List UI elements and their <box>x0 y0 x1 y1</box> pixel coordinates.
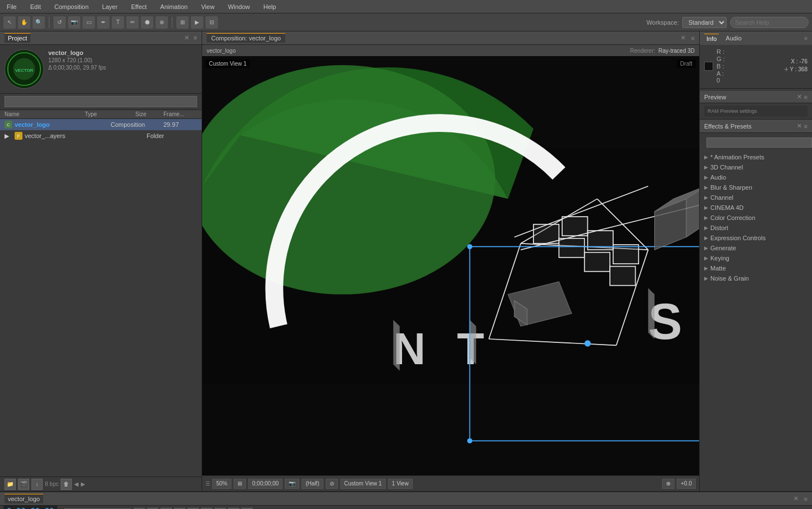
effect-name-1: 3D Channel <box>710 164 743 171</box>
view-count-select[interactable]: 1 View <box>388 479 413 489</box>
comp-tab[interactable]: Composition: vector_logo <box>207 33 285 43</box>
effects-tab[interactable]: Effects & Presets <box>704 123 751 130</box>
thumbnail-svg: VECTOR <box>5 49 43 89</box>
effect-name-8: Expression Controls <box>710 235 765 241</box>
panel-menu-icon[interactable]: ≡ <box>194 34 197 42</box>
quality-select[interactable]: (Half) <box>302 479 323 489</box>
menu-help[interactable]: Help <box>261 2 279 11</box>
list-item[interactable]: ▶ Noise & Grain <box>700 273 812 283</box>
svg-text:VECTOR: VECTOR <box>15 68 34 73</box>
list-item[interactable]: ▶ Blur & Sharpen <box>700 182 812 192</box>
stamp-tool-icon[interactable]: ⬢ <box>141 16 153 29</box>
col-frame-header: Frame... <box>163 111 197 117</box>
project-tab[interactable]: Project <box>4 33 30 43</box>
preview-panel: Preview ✕ ≡ RAM Preview settings <box>700 89 812 120</box>
menu-window[interactable]: Window <box>226 2 252 11</box>
transparency-btn[interactable]: ⊘ <box>326 479 338 489</box>
preview-tab[interactable]: Preview <box>704 94 726 100</box>
svg-rect-12 <box>533 224 559 244</box>
audio-tab[interactable]: Audio <box>723 34 743 43</box>
menu-effect[interactable]: Effect <box>129 2 149 11</box>
project-details-2: Δ 0;00;30;00, 29.97 fps <box>48 65 197 71</box>
arrow-icon: ▶ <box>704 205 708 210</box>
camera-btn[interactable]: 📷 <box>285 479 299 489</box>
preview-close-icon[interactable]: ✕ <box>797 93 802 100</box>
list-item[interactable]: ▶ Matte <box>700 263 812 273</box>
menu-animation[interactable]: Animation <box>158 2 190 11</box>
menu-layer[interactable]: Layer <box>100 2 120 11</box>
comp-close-icon[interactable]: ✕ <box>681 34 686 42</box>
info-panel-header: Info Audio ≡ <box>700 31 812 45</box>
snapping-icon[interactable]: ⊟ <box>206 16 218 29</box>
menu-view[interactable]: View <box>199 2 217 11</box>
list-item[interactable]: ▶ Keying <box>700 253 812 263</box>
project-list-header: Name Type Size Frame... <box>0 110 202 119</box>
info-panel: Info Audio ≡ R : G : <box>700 31 812 89</box>
workspace-select[interactable]: Standard <box>682 17 727 28</box>
list-item[interactable]: ▶ 3D Channel <box>700 162 812 172</box>
list-item[interactable]: ▶ F vector_...ayers Folder <box>0 130 202 141</box>
list-item[interactable]: ▶ CINEMA 4D <box>700 203 812 213</box>
folder-icon: F <box>15 132 22 140</box>
resolution-btn[interactable]: 0;00;00;00 <box>248 479 282 489</box>
select-tool-icon[interactable]: ↖ <box>3 16 16 29</box>
item-type-0: Composition <box>111 121 161 128</box>
list-item[interactable]: ▶ Generate <box>700 243 812 253</box>
preview-menu-icon[interactable]: ≡ <box>804 94 808 100</box>
fit-to-comp-btn[interactable]: ⊞ <box>234 479 246 489</box>
trash-btn[interactable]: 🗑 <box>61 479 72 490</box>
list-item[interactable]: ▶ Distort <box>700 223 812 233</box>
rect-tool-icon[interactable]: ▭ <box>83 16 95 29</box>
paint-tool-icon[interactable]: ✏ <box>126 16 139 29</box>
view-select[interactable]: Custom View 1 <box>340 479 386 489</box>
playback-icon[interactable]: ▶ <box>191 16 203 29</box>
hand-tool-icon[interactable]: ✋ <box>18 16 30 29</box>
new-folder-btn[interactable]: 📁 <box>4 479 16 490</box>
list-item[interactable]: ▶ * Animation Presets <box>700 152 812 162</box>
comp-name: vector_logo <box>207 48 236 54</box>
list-item[interactable]: ▶ Audio <box>700 172 812 182</box>
list-item[interactable]: ▶ Channel <box>700 192 812 203</box>
timecode-display[interactable]: 0;00;00;00 <box>3 505 57 510</box>
timeline-tab[interactable]: vector_logo <box>4 494 43 503</box>
new-comp-btn[interactable]: 🎬 <box>18 479 29 490</box>
color-manage-btn[interactable]: +0.0 <box>677 479 696 489</box>
pen-tool-icon[interactable]: ✒ <box>97 16 110 29</box>
project-search-input[interactable] <box>4 96 197 107</box>
viewport-view-label: Custom View 1 <box>206 59 250 68</box>
item-frame-0: 29.97 <box>163 121 197 128</box>
list-item[interactable]: ▶ Color Correction <box>700 213 812 223</box>
menu-composition[interactable]: Composition <box>52 2 91 11</box>
text-tool-icon[interactable]: T <box>112 16 124 29</box>
info-tab[interactable]: Info <box>704 34 719 43</box>
move3d-tool-icon[interactable]: ⊞ <box>176 16 189 29</box>
zoom-select[interactable]: 50% <box>212 479 231 489</box>
list-item[interactable]: ▶ Expression Controls <box>700 233 812 243</box>
menu-file[interactable]: File <box>4 2 19 11</box>
effects-close-icon[interactable]: ✕ <box>797 122 802 130</box>
panel-close-icon[interactable]: ✕ <box>184 34 189 42</box>
svg-marker-27 <box>470 320 476 364</box>
camera-tool-icon[interactable]: 📷 <box>68 16 80 29</box>
effects-menu-icon[interactable]: ≡ <box>804 123 808 130</box>
rotate-tool-icon[interactable]: ↺ <box>53 16 66 29</box>
effects-search-input[interactable] <box>706 137 812 148</box>
puppet-tool-icon[interactable]: ⊕ <box>156 16 168 29</box>
effect-name-3: Blur & Sharpen <box>710 184 752 191</box>
menu-edit[interactable]: Edit <box>28 2 43 11</box>
scroll-left-btn[interactable]: ◀ <box>74 481 79 487</box>
render-queue-btn[interactable]: ⊕ <box>662 479 674 489</box>
scroll-right-btn[interactable]: ▶ <box>81 481 85 487</box>
timeline-close-icon[interactable]: ✕ <box>793 495 799 502</box>
preview-control-info: RAM Preview settings <box>708 108 757 114</box>
arrow-icon: ▶ <box>704 164 708 170</box>
comp-menu-icon[interactable]: ≡ <box>691 35 695 42</box>
zoom-tool-icon[interactable]: 🔍 <box>33 16 45 29</box>
arrow-icon: ▶ <box>704 265 708 271</box>
timeline-menu-icon[interactable]: ≡ <box>804 496 808 502</box>
list-item[interactable]: C vector_logo Composition 29.97 <box>0 119 202 130</box>
import-btn[interactable]: ↓ <box>31 479 43 490</box>
search-help-input[interactable] <box>730 17 809 28</box>
info-menu-icon[interactable]: ≡ <box>804 35 808 42</box>
effect-name-11: Matte <box>710 265 726 272</box>
